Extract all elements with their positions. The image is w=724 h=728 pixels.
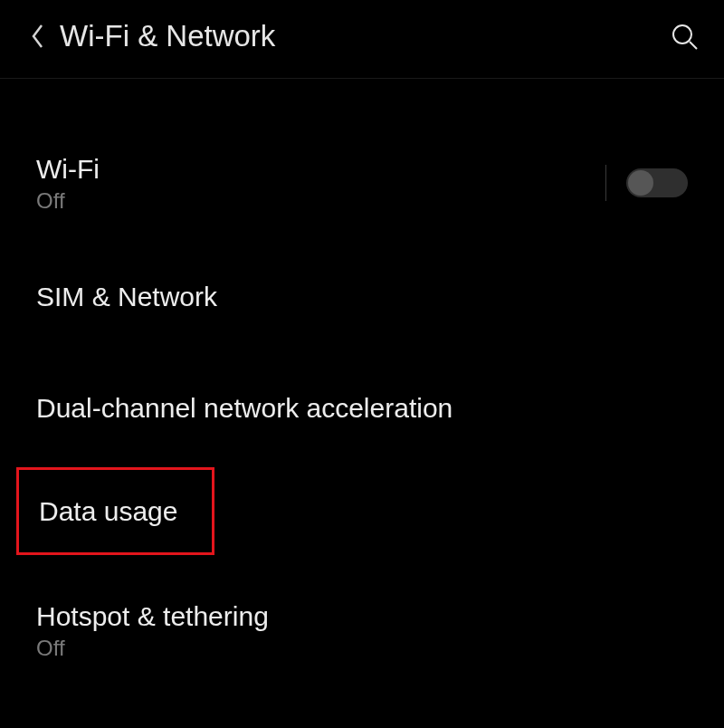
- toggle-knob: [628, 170, 653, 196]
- toggle-divider: [605, 165, 606, 201]
- setting-sub: Off: [36, 636, 688, 661]
- search-icon: [670, 22, 699, 51]
- header-bar: Wi-Fi & Network: [0, 0, 724, 79]
- svg-line-1: [690, 42, 697, 49]
- settings-list: Wi-Fi Off SIM & Network Dual-channel net…: [0, 79, 724, 688]
- setting-sub: Off: [36, 188, 605, 214]
- setting-title: Wi-Fi: [36, 151, 605, 187]
- setting-text: Wi-Fi Off: [36, 151, 605, 214]
- setting-item-data-usage[interactable]: Data usage: [0, 456, 724, 566]
- wifi-toggle[interactable]: [626, 168, 688, 197]
- setting-title: Data usage: [39, 493, 177, 529]
- svg-point-0: [673, 25, 691, 43]
- setting-title: Hotspot & tethering: [36, 599, 688, 634]
- setting-item-dual-channel[interactable]: Dual-channel network acceleration: [0, 352, 724, 456]
- setting-text: SIM & Network: [36, 279, 688, 314]
- setting-title: SIM & Network: [36, 279, 688, 314]
- setting-title: Dual-channel network acceleration: [36, 390, 688, 426]
- search-button[interactable]: [664, 16, 704, 56]
- setting-text: Hotspot & tethering Off: [36, 599, 688, 661]
- page-title: Wi-Fi & Network: [60, 19, 664, 53]
- setting-text: Dual-channel network acceleration: [36, 390, 688, 426]
- chevron-left-icon: [31, 24, 45, 49]
- highlight-annotation: Data usage: [16, 467, 214, 555]
- setting-item-hotspot[interactable]: Hotspot & tethering Off: [0, 566, 724, 688]
- toggle-container: [605, 165, 688, 201]
- back-button[interactable]: [20, 18, 56, 54]
- setting-item-sim[interactable]: SIM & Network: [0, 241, 724, 352]
- setting-item-wifi[interactable]: Wi-Fi Off: [0, 124, 724, 241]
